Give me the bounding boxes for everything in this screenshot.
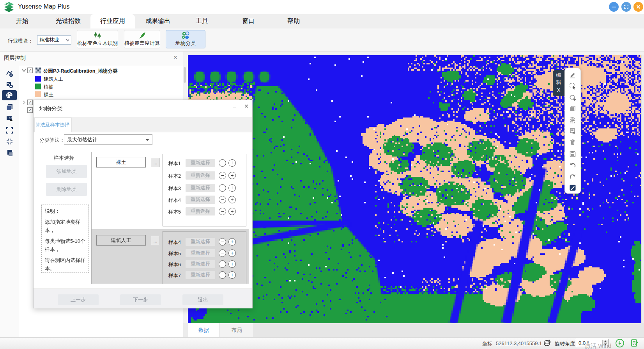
- reselect-button[interactable]: 重新选择: [186, 159, 215, 167]
- menu-item-output[interactable]: 成果输出: [145, 17, 170, 25]
- reselect-button[interactable]: 重新选择: [186, 207, 215, 215]
- legend-swatch-building: [35, 76, 41, 82]
- paste-icon[interactable]: [566, 114, 580, 126]
- palette-icon[interactable]: [2, 90, 17, 100]
- copy-icon[interactable]: [566, 103, 580, 114]
- minimize-button[interactable]: [609, 2, 619, 12]
- coordinate-label: 坐标: [482, 340, 492, 347]
- full-extent-icon[interactable]: [4, 125, 15, 135]
- edit-panel-tab[interactable]: 编 辑 X: [553, 70, 564, 96]
- remove-sample-button[interactable]: −: [219, 159, 226, 167]
- reselect-button[interactable]: 重新选择: [186, 271, 215, 279]
- remove-sample-button[interactable]: −: [219, 196, 226, 203]
- exit-button[interactable]: 退出: [182, 294, 223, 305]
- add-sample-button[interactable]: +: [228, 208, 236, 215]
- menu-item-spectral[interactable]: 光谱指数: [56, 17, 81, 25]
- export-map-icon[interactable]: [4, 113, 15, 123]
- dialog-close-icon[interactable]: ✕: [242, 103, 251, 112]
- layer-checkbox[interactable]: ✓: [27, 100, 33, 105]
- layer-checkbox[interactable]: ✓: [27, 68, 33, 73]
- layer-checkbox[interactable]: ✓: [27, 107, 33, 113]
- reselect-button[interactable]: 重新选择: [186, 171, 215, 180]
- fit-view-icon[interactable]: [4, 136, 15, 146]
- chevron-down-icon[interactable]: [22, 69, 26, 72]
- add-sample-button[interactable]: +: [228, 196, 236, 203]
- layer-tree-root-row[interactable]: ✓ 公园PJ-RadCalibration_地物分类: [0, 66, 183, 75]
- select-region-icon[interactable]: [566, 81, 580, 92]
- class-name-field[interactable]: 裸土: [96, 157, 146, 167]
- undo-icon[interactable]: [566, 160, 580, 171]
- menu-item-tools[interactable]: 工具: [196, 17, 208, 25]
- remove-sample-button[interactable]: −: [219, 208, 226, 215]
- reselect-button[interactable]: 重新选择: [186, 196, 215, 204]
- remove-sample-button[interactable]: −: [219, 271, 226, 279]
- algorithm-select[interactable]: 最大似然估计: [64, 134, 152, 145]
- report-icon[interactable]: [630, 338, 639, 348]
- sample-label: 样本5: [168, 251, 181, 257]
- remove-class-button[interactable]: 删除地类: [46, 183, 87, 196]
- chevron-right-icon[interactable]: [23, 100, 26, 105]
- legend-label-building: 建筑人工: [44, 76, 63, 83]
- more-options-button[interactable]: ...: [151, 158, 160, 167]
- reselect-button[interactable]: 重新选择: [186, 249, 215, 257]
- note-line: 每类地物选5-10个: [45, 238, 85, 245]
- save-floppy-icon[interactable]: [566, 148, 580, 160]
- edit-pencil-icon[interactable]: [566, 69, 580, 81]
- close-button[interactable]: [633, 2, 643, 12]
- remove-sample-button[interactable]: −: [219, 172, 226, 179]
- add-sample-button[interactable]: +: [228, 184, 236, 192]
- remove-sample-button[interactable]: −: [219, 260, 226, 268]
- menu-item-industry-active[interactable]: 行业应用: [90, 14, 135, 28]
- dialog-minimize-icon[interactable]: –: [230, 103, 239, 112]
- add-sample-button[interactable]: +: [228, 249, 236, 257]
- edit-tab-close[interactable]: X: [553, 87, 564, 93]
- download-icon[interactable]: [615, 338, 625, 348]
- classification-button[interactable]: 地物分类: [166, 30, 205, 48]
- delete-trash-icon[interactable]: [566, 137, 580, 148]
- sample-row: 样本1 重新选择 − +: [163, 159, 246, 167]
- layers-icon[interactable]: [4, 102, 15, 112]
- layer-panel-close-icon[interactable]: ✕: [173, 54, 178, 61]
- add-sample-button[interactable]: +: [228, 159, 236, 167]
- title-bar: Yusense Map Plus: [0, 0, 644, 14]
- remove-sample-button[interactable]: −: [219, 249, 226, 257]
- redo-icon[interactable]: [566, 171, 580, 182]
- class-name-field[interactable]: 建筑人工: [96, 235, 146, 246]
- cut-document-icon[interactable]: [566, 126, 580, 137]
- add-sample-button[interactable]: +: [228, 260, 236, 268]
- add-raster-layer-icon[interactable]: [4, 80, 15, 90]
- more-options-button[interactable]: ...: [151, 236, 160, 245]
- pine-wilt-detect-button[interactable]: 松材变色立木识别: [77, 30, 118, 48]
- previous-step-button[interactable]: 上一步: [58, 294, 99, 305]
- reselect-button[interactable]: 重新选择: [186, 238, 215, 246]
- remove-layer-icon[interactable]: [4, 148, 15, 158]
- projection-globe-icon[interactable]: [543, 339, 552, 347]
- scrollbar-thumb[interactable]: [184, 67, 186, 83]
- remove-sample-button[interactable]: −: [219, 238, 226, 246]
- add-vector-layer-icon[interactable]: [4, 68, 15, 78]
- reselect-button[interactable]: 重新选择: [186, 184, 215, 192]
- map-scrollbar[interactable]: [641, 55, 644, 323]
- tab-data[interactable]: 数据: [188, 323, 219, 337]
- module-select[interactable]: 精准林业: [37, 36, 71, 45]
- tab-layout[interactable]: 布局: [219, 323, 253, 337]
- dialog-tab-algorithm[interactable]: 算法及样本选择: [34, 118, 72, 132]
- maximize-button[interactable]: [621, 2, 631, 12]
- vegetation-coverage-button[interactable]: 植被覆盖度计算: [124, 30, 160, 48]
- add-sample-button[interactable]: +: [228, 238, 236, 246]
- add-sample-button[interactable]: +: [228, 271, 236, 279]
- sample-row: 样本7 重新选择 − +: [163, 271, 246, 280]
- add-class-button[interactable]: 添加地类: [46, 165, 87, 178]
- remove-sample-button[interactable]: −: [219, 184, 226, 192]
- classification-dialog: 地物分类 – ✕ 算法及样本选择 分类算法： 最大似然估计 样本选择 添加地类 …: [33, 100, 253, 308]
- menu-item-window[interactable]: 窗口: [242, 17, 255, 25]
- attribute-edit-icon[interactable]: [566, 182, 580, 193]
- reselect-button[interactable]: 重新选择: [186, 260, 215, 268]
- menu-item-help[interactable]: 帮助: [287, 17, 300, 25]
- add-sample-button[interactable]: +: [228, 172, 236, 179]
- leaf-icon: [138, 31, 147, 40]
- next-step-button[interactable]: 下一步: [120, 294, 161, 305]
- tab-strip-empty: [253, 323, 644, 337]
- add-polygon-icon[interactable]: [566, 92, 580, 103]
- menu-item-start[interactable]: 开始: [16, 17, 28, 25]
